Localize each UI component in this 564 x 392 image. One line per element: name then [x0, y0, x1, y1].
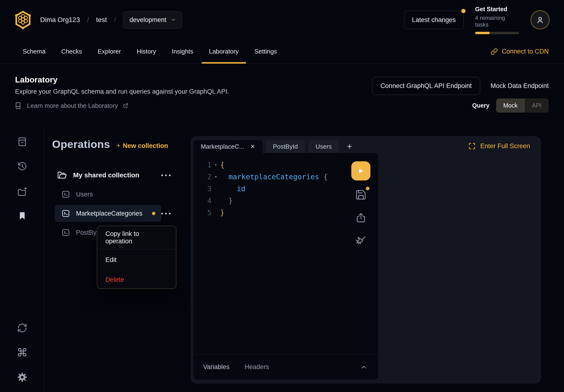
external-link-icon — [123, 103, 128, 108]
operation-context-menu: Copy link to operation Edit Delete — [97, 226, 176, 289]
editor-tab-label: PostById — [273, 143, 298, 150]
new-tab-button[interactable]: + — [342, 141, 357, 153]
book-icon — [15, 102, 22, 110]
breadcrumb-project[interactable]: test — [96, 16, 107, 24]
operation-icon — [61, 190, 70, 199]
operation-icon — [61, 228, 70, 237]
prettify-button[interactable] — [355, 235, 367, 246]
tab-settings[interactable]: Settings — [255, 40, 277, 63]
new-collection-label: New collection — [123, 142, 168, 150]
collection-menu-button[interactable] — [160, 172, 172, 179]
operation-row-users[interactable]: Users — [44, 186, 191, 202]
code-editor[interactable]: 1 ▾ { 2 ▾ marketplaceCategories { 3 id 4 — [193, 159, 347, 218]
code-token: id — [237, 184, 246, 193]
code-line: 1 ▾ { — [193, 159, 347, 171]
query-label: Query — [472, 102, 489, 109]
line-number: 1 — [193, 161, 211, 169]
editor-tab-label: MarketplaceC... — [201, 143, 244, 150]
fullscreen-icon — [468, 142, 476, 150]
settings-icon[interactable] — [17, 372, 28, 382]
menu-item-edit[interactable]: Edit — [97, 249, 176, 270]
collapse-footer-button[interactable] — [359, 362, 369, 372]
tab-schema[interactable]: Schema — [23, 40, 45, 63]
share-operation-button[interactable] — [355, 212, 366, 224]
learn-more-label: Learn more about the Laboratory — [27, 102, 118, 110]
editor-tab-label: Users — [316, 143, 332, 150]
line-number: 4 — [193, 196, 211, 205]
hive-logo-icon[interactable] — [14, 10, 31, 29]
editor-actions — [351, 161, 371, 246]
operation-name: Users — [76, 191, 93, 198]
latest-changes-label: Latest changes — [412, 16, 456, 23]
code-token: } — [228, 196, 233, 205]
query-mode-toggle: Mock API — [496, 98, 549, 112]
code-token: marketplaceCategories — [228, 173, 319, 181]
get-started-widget[interactable]: Get Started 4 remaining tasks — [475, 6, 519, 34]
operation-menu-button[interactable] — [160, 210, 172, 217]
editor-tab-users[interactable]: Users — [308, 140, 339, 153]
operation-row-marketplacecategories[interactable]: MarketplaceCategories — [44, 205, 191, 222]
fold-arrow-icon[interactable]: ▾ — [211, 162, 220, 167]
user-avatar[interactable] — [531, 10, 550, 29]
tab-history[interactable]: History — [137, 40, 156, 63]
unsaved-changes-dot — [366, 187, 370, 190]
query-pane-footer: Variables Headers — [193, 354, 378, 379]
play-icon — [357, 167, 365, 175]
code-line: 4 } — [193, 195, 347, 207]
tab-checks[interactable]: Checks — [61, 40, 82, 63]
tab-explorer[interactable]: Explorer — [98, 40, 121, 63]
new-collection-button[interactable]: + New collection — [116, 141, 168, 150]
connect-graphql-endpoint-button[interactable]: Connect GraphQL API Endpoint — [372, 77, 480, 95]
tab-laboratory[interactable]: Laboratory — [209, 40, 238, 63]
menu-item-copy-link[interactable]: Copy link to operation — [97, 226, 176, 249]
query-pane: 1 ▾ { 2 ▾ marketplaceCategories { 3 id 4 — [193, 153, 378, 379]
unsaved-changes-dot — [152, 212, 155, 215]
latest-changes-button[interactable]: Latest changes — [404, 11, 464, 29]
breadcrumb: Dima Org123 / test / development — [40, 11, 182, 29]
fullscreen-label: Enter Full Screen — [480, 142, 530, 150]
endpoint-buttons: Connect GraphQL API Endpoint Mock Data E… — [372, 77, 549, 95]
get-started-progress-track — [475, 32, 519, 34]
new-collection-icon[interactable] — [17, 186, 28, 197]
code-line: 5 } — [193, 207, 347, 218]
code-token: { — [323, 173, 328, 181]
learn-more-link[interactable]: Learn more about the Laboratory — [15, 102, 128, 110]
line-number: 2 — [193, 173, 211, 181]
code-line: 2 ▾ marketplaceCategories { — [193, 171, 347, 183]
person-icon — [535, 15, 545, 25]
header-right: Latest changes Get Started 4 remaining t… — [404, 6, 550, 34]
fullscreen-button[interactable]: Enter Full Screen — [468, 142, 530, 150]
top-header: Dima Org123 / test / development Latest … — [0, 0, 564, 40]
history-icon[interactable] — [17, 161, 28, 172]
breadcrumb-separator: / — [87, 16, 89, 24]
headers-tab[interactable]: Headers — [245, 363, 269, 371]
target-selector[interactable]: development — [123, 11, 183, 29]
close-tab-icon[interactable] — [250, 144, 255, 149]
sync-icon[interactable] — [17, 323, 28, 333]
editor-tab-marketplacecategories[interactable]: MarketplaceC... — [193, 140, 262, 153]
operations-header: Operations + New collection — [52, 138, 168, 151]
breadcrumb-separator: / — [114, 16, 116, 24]
get-started-title: Get Started — [475, 6, 519, 13]
execute-query-button[interactable] — [351, 161, 371, 181]
laboratory-page: Dima Org123 / test / development Latest … — [0, 0, 564, 392]
save-operation-button[interactable] — [355, 189, 367, 200]
variables-tab[interactable]: Variables — [203, 363, 230, 371]
connect-to-cdn-link[interactable]: Connect to CDN — [491, 40, 549, 63]
operation-icon — [61, 209, 70, 218]
fold-arrow-icon[interactable]: ▾ — [211, 174, 220, 179]
collection-row[interactable]: My shared collection — [44, 167, 191, 183]
mock-data-endpoint-button[interactable]: Mock Data Endpoint — [491, 82, 549, 90]
query-mode-api[interactable]: API — [525, 98, 549, 112]
query-mode-row: Query Mock API — [472, 98, 549, 112]
shortcuts-icon[interactable]: ⌘ — [17, 346, 28, 359]
bookmarks-icon[interactable] — [17, 210, 27, 221]
menu-item-delete[interactable]: Delete — [97, 270, 176, 289]
collections-icon[interactable] — [17, 137, 28, 147]
code-token: } — [220, 209, 224, 217]
tab-insights[interactable]: Insights — [172, 40, 193, 63]
nav-tabs: Schema Checks Explorer History Insights … — [23, 40, 277, 63]
breadcrumb-org[interactable]: Dima Org123 — [40, 16, 80, 24]
editor-tab-postbyid[interactable]: PostById — [266, 140, 305, 153]
query-mode-mock[interactable]: Mock — [496, 98, 525, 112]
